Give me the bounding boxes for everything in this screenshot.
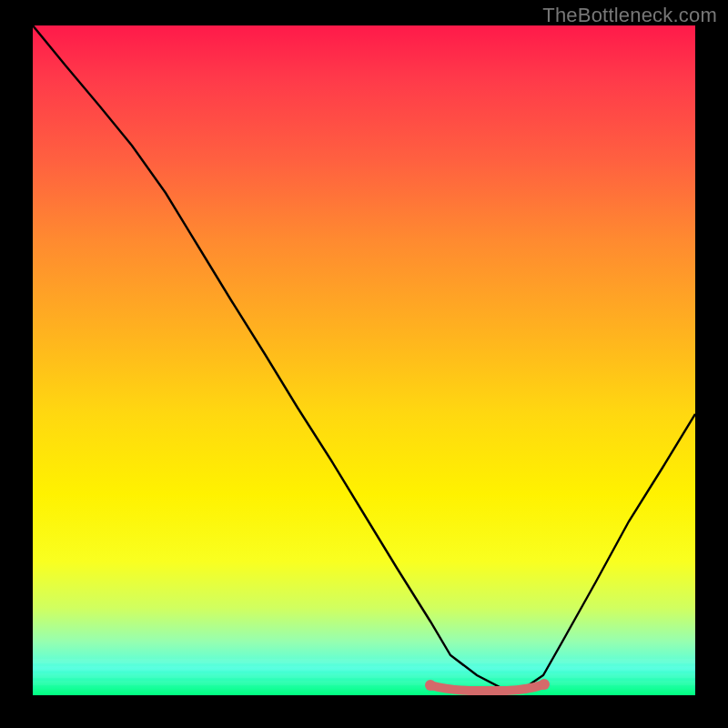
bottom-bands — [33, 659, 695, 685]
watermark-label: TheBottleneck.com — [542, 4, 717, 27]
minimum-band — [430, 684, 544, 691]
svg-rect-3 — [33, 681, 695, 685]
svg-rect-2 — [33, 673, 695, 678]
svg-rect-0 — [33, 659, 695, 663]
min-dot-right — [539, 679, 550, 690]
plot-area — [33, 25, 695, 695]
chart-container: TheBottleneck.com — [0, 0, 728, 728]
svg-rect-1 — [33, 666, 695, 671]
chart-svg — [33, 25, 695, 695]
min-dot-left — [425, 680, 436, 691]
curve-line — [33, 25, 695, 689]
